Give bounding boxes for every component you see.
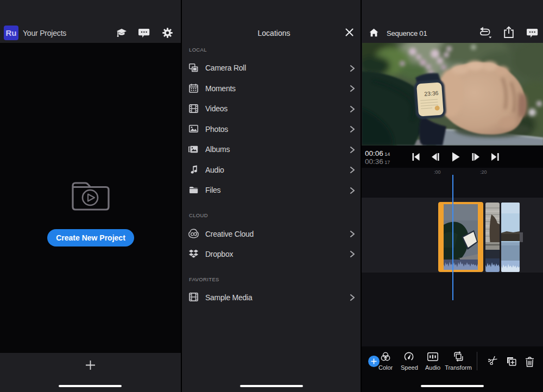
svg-text:23:36: 23:36 [424, 90, 438, 97]
